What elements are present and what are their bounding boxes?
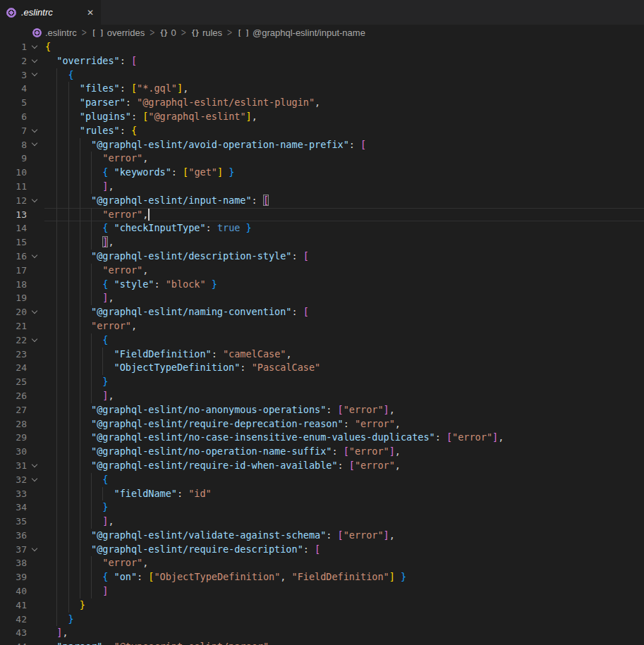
line-number[interactable]: 21 — [0, 319, 27, 333]
line-number[interactable]: 17 — [0, 264, 27, 278]
breadcrumb-item--graphql-eslint-input-name[interactable]: [ ]@graphql-eslint/input-name — [237, 27, 365, 38]
line-number[interactable]: 34 — [0, 500, 27, 515]
code-line[interactable]: 26 ], — [0, 389, 644, 403]
code-line[interactable]: 13 "error", — [0, 208, 644, 222]
breadcrumb-item-0[interactable]: {}0 — [159, 27, 176, 38]
line-number[interactable]: 25 — [0, 375, 27, 389]
code-line[interactable]: 6 "plugins": ["@graphql-eslint"], — [0, 110, 644, 124]
code-line[interactable]: 42 } — [0, 613, 644, 627]
line-number[interactable]: 7 — [0, 124, 27, 138]
line-number[interactable]: 19 — [0, 291, 27, 305]
line-number[interactable]: 15 — [0, 235, 27, 250]
code-line[interactable]: 30 "@graphql-eslint/no-operation-name-su… — [0, 445, 644, 459]
fold-chevron-icon[interactable] — [32, 140, 37, 146]
code-line[interactable]: 17 "error", — [0, 264, 644, 278]
line-number[interactable]: 42 — [0, 613, 27, 627]
line-number[interactable]: 16 — [0, 250, 27, 264]
line-number[interactable]: 26 — [0, 389, 27, 403]
fold-chevron-icon[interactable] — [32, 545, 37, 551]
code-line[interactable]: 33 "fieldName": "id" — [0, 487, 644, 501]
code-line[interactable]: 14 { "checkInputType": true } — [0, 221, 644, 235]
code-line[interactable]: 28 "@graphql-eslint/require-deprecation-… — [0, 417, 644, 431]
line-number[interactable]: 13 — [0, 208, 27, 222]
line-number[interactable]: 5 — [0, 96, 27, 110]
line-number[interactable]: 24 — [0, 361, 27, 375]
code-line[interactable]: 44 "parser": "@typescript-eslint/parser" — [0, 640, 644, 645]
fold-chevron-icon[interactable] — [32, 475, 37, 481]
fold-chevron-icon[interactable] — [32, 252, 37, 258]
line-number[interactable]: 8 — [0, 138, 27, 152]
fold-chevron-icon[interactable] — [32, 126, 37, 132]
breadcrumb-item--eslintrc[interactable]: .eslintrc — [32, 27, 77, 38]
line-number[interactable]: 12 — [0, 194, 27, 208]
code-line[interactable]: 24 "ObjectTypeDefinition": "PascalCase" — [0, 361, 644, 375]
code-line[interactable]: 15 ], — [0, 235, 644, 250]
fold-chevron-icon[interactable] — [32, 43, 37, 49]
fold-chevron-icon[interactable] — [32, 308, 37, 314]
line-number[interactable]: 41 — [0, 598, 27, 613]
code-line[interactable]: 21 "error", — [0, 319, 644, 333]
line-number[interactable]: 27 — [0, 403, 27, 417]
line-number[interactable]: 30 — [0, 445, 27, 459]
code-line[interactable]: 16 "@graphql-eslint/description-style": … — [0, 250, 644, 264]
line-number[interactable]: 2 — [0, 54, 27, 68]
code-line[interactable]: 8 "@graphql-eslint/avoid-operation-name-… — [0, 138, 644, 152]
code-line[interactable]: 29 "@graphql-eslint/no-case-insensitive-… — [0, 431, 644, 445]
line-number[interactable]: 44 — [0, 640, 27, 645]
line-number[interactable]: 32 — [0, 473, 27, 487]
line-number[interactable]: 14 — [0, 221, 27, 235]
line-number[interactable]: 20 — [0, 305, 27, 319]
line-number[interactable]: 40 — [0, 584, 27, 598]
line-number[interactable]: 10 — [0, 166, 27, 180]
line-number[interactable]: 33 — [0, 487, 27, 501]
code-line[interactable]: 38 "error", — [0, 556, 644, 570]
line-number[interactable]: 18 — [0, 278, 27, 292]
code-line[interactable]: 40 ] — [0, 584, 644, 598]
fold-chevron-icon[interactable] — [32, 56, 37, 62]
fold-chevron-icon[interactable] — [32, 196, 37, 202]
fold-chevron-icon[interactable] — [32, 70, 37, 76]
code-line[interactable]: 19 ], — [0, 291, 644, 305]
code-line[interactable]: 20 "@graphql-eslint/naming-convention": … — [0, 305, 644, 319]
fold-chevron-icon[interactable] — [32, 462, 37, 467]
tab-eslintrc[interactable]: .eslintrc ✕ — [0, 0, 101, 25]
code-line[interactable]: 3 { — [0, 68, 644, 82]
line-number[interactable]: 11 — [0, 180, 27, 194]
code-editor[interactable]: 1{2 "overrides": [3 {4 "files": ["*.gql"… — [0, 40, 644, 645]
code-line[interactable]: 2 "overrides": [ — [0, 54, 644, 68]
close-icon[interactable]: ✕ — [87, 8, 94, 17]
line-number[interactable]: 35 — [0, 515, 27, 529]
line-number[interactable]: 43 — [0, 626, 27, 640]
code-line[interactable]: 9 "error", — [0, 152, 644, 166]
code-line[interactable]: 25 } — [0, 375, 644, 389]
line-number[interactable]: 23 — [0, 348, 27, 362]
code-line[interactable]: 7 "rules": { — [0, 124, 644, 138]
code-line[interactable]: 41 } — [0, 598, 644, 613]
line-number[interactable]: 29 — [0, 431, 27, 445]
code-line[interactable]: 31 "@graphql-eslint/require-id-when-avai… — [0, 459, 644, 473]
line-number[interactable]: 4 — [0, 82, 27, 96]
code-line[interactable]: 22 { — [0, 333, 644, 348]
code-line[interactable]: 10 { "keywords": ["get"] } — [0, 166, 644, 180]
code-line[interactable]: 5 "parser": "@graphql-eslint/eslint-plug… — [0, 96, 644, 110]
code-line[interactable]: 18 { "style": "block" } — [0, 278, 644, 292]
fold-chevron-icon[interactable] — [32, 336, 37, 341]
line-number[interactable]: 22 — [0, 333, 27, 348]
breadcrumb-item-rules[interactable]: {}rules — [191, 27, 222, 38]
code-line[interactable]: 37 "@graphql-eslint/require-description"… — [0, 543, 644, 557]
code-line[interactable]: 32 { — [0, 473, 644, 487]
code-line[interactable]: 4 "files": ["*.gql"], — [0, 82, 644, 96]
code-line[interactable]: 34 } — [0, 500, 644, 515]
line-number[interactable]: 3 — [0, 68, 27, 82]
line-number[interactable]: 39 — [0, 570, 27, 584]
code-line[interactable]: 36 "@graphql-eslint/validate-against-sch… — [0, 529, 644, 543]
code-line[interactable]: 12 "@graphql-eslint/input-name": [ — [0, 194, 644, 208]
code-line[interactable]: 43 ], — [0, 626, 644, 640]
breadcrumb-item-overrides[interactable]: [ ]overrides — [92, 27, 145, 38]
code-line[interactable]: 35 ], — [0, 515, 644, 529]
line-number[interactable]: 6 — [0, 110, 27, 124]
code-line[interactable]: 1{ — [0, 40, 644, 54]
code-line[interactable]: 39 { "on": ["ObjectTypeDefinition", "Fie… — [0, 570, 644, 584]
line-number[interactable]: 36 — [0, 529, 27, 543]
line-number[interactable]: 37 — [0, 543, 27, 557]
